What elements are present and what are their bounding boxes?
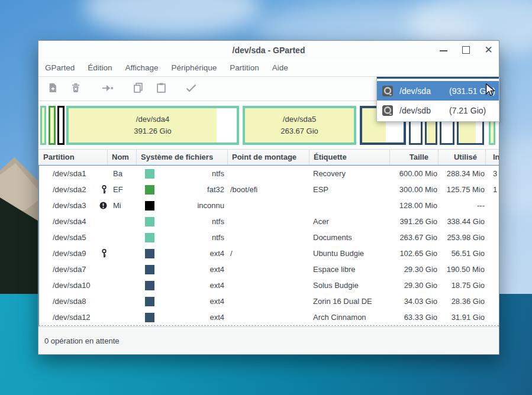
filesystem-type: ext4 [154, 249, 228, 258]
partition-used: 125.75 Mio [439, 185, 486, 194]
partition-path: /dev/sda1 [53, 169, 108, 178]
column-header-nom[interactable]: Nom [108, 150, 137, 165]
column-header-unused[interactable]: Inutilisé [486, 150, 499, 165]
delete-partition-button[interactable] [68, 81, 83, 96]
window-controls: ✕ [439, 41, 493, 59]
column-header-fs[interactable]: Système de fichiers [137, 150, 228, 165]
partition-path: /dev/sda7 [53, 265, 108, 274]
filesystem-color-swatch [145, 281, 154, 290]
partition-unused: 3 [486, 169, 499, 178]
table-row-sda2[interactable]: /dev/sda2EFfat32/boot/efiESP300.00 Mio12… [38, 182, 499, 198]
partition-name: Ba [108, 169, 137, 178]
partition-size: 63.33 Gio [390, 313, 439, 322]
resize-move-button[interactable] [99, 81, 115, 96]
partition-path: /dev/sda8 [53, 297, 108, 306]
copy-partition-button[interactable] [130, 81, 146, 96]
mounted-key-icon [101, 185, 107, 194]
maximize-button[interactable] [462, 46, 470, 54]
column-header-size[interactable]: Taille [390, 150, 439, 165]
statusbar: 0 opération en attente [38, 326, 499, 354]
close-button[interactable]: ✕ [484, 46, 493, 54]
paste-partition-icon [157, 83, 166, 95]
menu-peripherique[interactable]: Périphérique [165, 63, 224, 72]
table-row-sda3[interactable]: /dev/sda3Miinconnu128.00 Mio--- [38, 198, 499, 213]
menu-affichage[interactable]: Affichage [119, 63, 165, 72]
table-row-sda1[interactable]: /dev/sda1BantfsRecovery600.00 Mio288.34 … [38, 166, 499, 182]
new-partition-button[interactable] [45, 81, 60, 96]
filesystem-color-swatch [145, 313, 154, 322]
partition-label: Solus Budgie [309, 281, 390, 290]
filesystem-type: ext4 [154, 265, 228, 274]
filesystem-type: ntfs [154, 169, 228, 178]
titlebar[interactable]: /dev/sda - GParted ✕ [38, 41, 499, 59]
partition-used: 288.34 Mio [439, 169, 486, 178]
device-dropdown: /dev/sda(931.51 Gio)/dev/sdb(7.21 Gio) [376, 77, 499, 122]
paste-partition-button[interactable] [153, 81, 169, 96]
apply-operations-button[interactable] [183, 81, 199, 96]
menu-edition[interactable]: Édition [81, 63, 118, 72]
partition-label: Espace libre [309, 265, 390, 274]
table-row-sda9[interactable]: /dev/sda9ext4/Ubuntu Budgie102.65 Gio56.… [38, 245, 499, 261]
column-header-partition[interactable]: Partition [38, 150, 108, 165]
column-header-mount[interactable]: Point de montage [228, 150, 309, 165]
table-row-sda4[interactable]: /dev/sda4ntfsAcer391.26 Gio338.44 Gio [38, 213, 499, 229]
partition-path: /dev/sda12 [53, 313, 108, 322]
copy-partition-icon [133, 83, 143, 95]
mouse-cursor [485, 83, 496, 99]
delete-partition-icon [71, 83, 80, 95]
partition-path: /dev/sda2 [53, 185, 101, 194]
new-partition-icon [48, 83, 57, 95]
menu-aide[interactable]: Aide [266, 63, 295, 72]
partition-size: 600.00 Mio [390, 169, 439, 178]
partition-used: --- [439, 201, 486, 210]
partition-size: 263.67 Gio [390, 233, 439, 242]
table-row-sda7[interactable]: /dev/sda7ext4Espace libre29.30 Gio190.50… [38, 261, 499, 277]
apply-operations-icon [186, 84, 196, 94]
used-space-fill [50, 108, 54, 143]
partition-used: 18.75 Gio [439, 281, 486, 290]
mount-point: /boot/efi [228, 185, 309, 194]
menu-partition[interactable]: Partition [223, 63, 266, 72]
partition-path: /dev/sda9 [53, 249, 101, 258]
segment-label: /dev/sda4391.26 Gio [69, 108, 237, 143]
gparted-window: /dev/sda - GParted ✕ GPartedÉditionAffic… [38, 40, 499, 355]
filesystem-type: ext4 [154, 313, 228, 322]
column-header-used[interactable]: Utilisé [439, 150, 486, 165]
partition-path: /dev/sda3 [53, 201, 99, 210]
device-path: /dev/sda [399, 86, 449, 96]
partition-table: /dev/sda1BantfsRecovery600.00 Mio288.34 … [38, 165, 499, 326]
filesystem-type: ext4 [154, 281, 228, 290]
partition-unused: 1 [486, 185, 499, 194]
harddisk-icon [382, 105, 394, 116]
partition-segment-sda5[interactable]: /dev/sda5263.67 Gio [243, 106, 356, 145]
filesystem-color-swatch [145, 217, 154, 226]
warning-icon [99, 202, 107, 209]
device-option-sdb[interactable]: /dev/sdb(7.21 Gio) [377, 101, 499, 120]
filesystem-type: ext4 [154, 297, 228, 306]
partition-segment-sda2[interactable] [49, 106, 56, 145]
filesystem-color-swatch [145, 185, 154, 195]
table-row-sda10[interactable]: /dev/sda10ext4Solus Budgie29.30 Gio18.75… [38, 277, 499, 293]
partition-segment-sda3[interactable] [57, 106, 65, 145]
device-path: /dev/sdb [399, 106, 449, 115]
menu-gparted[interactable]: GParted [38, 63, 81, 72]
partition-label: Acer [309, 217, 390, 226]
table-row-sda12[interactable]: /dev/sda12ext4Arch Cinnamon63.33 Gio31.9… [38, 309, 499, 325]
table-header: PartitionNomSystème de fichiersPoint de … [38, 150, 499, 165]
column-header-label[interactable]: Étiquette [309, 150, 390, 165]
partition-label: Arch Cinnamon [309, 313, 390, 322]
filesystem-color-swatch [145, 297, 154, 306]
table-row-sda8[interactable]: /dev/sda8ext4Zorin 16 Dual DE34.03 Gio28… [38, 293, 499, 309]
partition-segment-sda1[interactable] [40, 106, 46, 145]
filesystem-type: fat32 [154, 185, 228, 194]
filesystem-color-swatch [145, 233, 154, 242]
minimize-button[interactable] [439, 46, 448, 54]
partition-name: Mi [108, 201, 137, 210]
partition-segment-sda4[interactable]: /dev/sda4391.26 Gio [66, 106, 239, 145]
partition-path: /dev/sda5 [53, 233, 108, 242]
cloud [83, 0, 260, 35]
filesystem-color-swatch [145, 201, 154, 211]
filesystem-type: ntfs [154, 217, 228, 226]
table-row-sda5[interactable]: /dev/sda5ntfsDocuments263.67 Gio253.98 G… [38, 229, 499, 245]
device-option-sda[interactable]: /dev/sda(931.51 Gio) [377, 81, 499, 101]
